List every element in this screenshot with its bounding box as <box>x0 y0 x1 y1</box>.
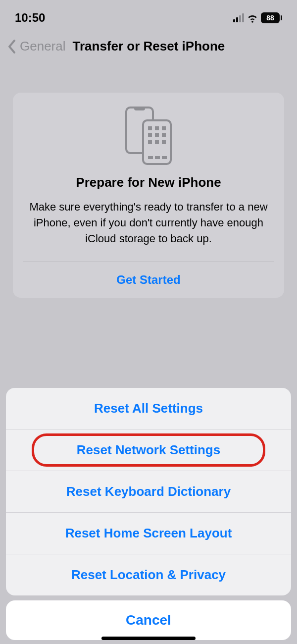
sheet-item-label: Reset Keyboard Dictionary <box>66 484 231 499</box>
back-chevron-icon[interactable] <box>6 39 18 54</box>
cancel-button[interactable]: Cancel <box>6 600 291 640</box>
reset-location-privacy-button[interactable]: Reset Location & Privacy <box>6 554 291 595</box>
wifi-icon <box>247 12 258 23</box>
battery-percent: 88 <box>266 14 274 21</box>
reset-all-settings-button[interactable]: Reset All Settings <box>6 388 291 429</box>
status-indicators: 88 <box>233 12 282 23</box>
sheet-item-label: Reset Network Settings <box>77 442 220 457</box>
sheet-item-label: Reset Location & Privacy <box>71 567 226 582</box>
reset-network-settings-button[interactable]: Reset Network Settings <box>6 429 291 471</box>
status-bar: 10:50 88 <box>0 0 297 30</box>
get-started-button[interactable]: Get Started <box>23 262 274 298</box>
home-indicator[interactable] <box>101 637 196 640</box>
prepare-card: Prepare for New iPhone Make sure everyth… <box>13 93 284 298</box>
status-time: 10:50 <box>15 11 45 25</box>
page-title: Transfer or Reset iPhone <box>73 39 225 54</box>
back-button-label[interactable]: General <box>20 39 66 54</box>
reset-home-screen-layout-button[interactable]: Reset Home Screen Layout <box>6 513 291 554</box>
cellular-signal-icon <box>233 13 244 22</box>
card-description: Make sure everything's ready to transfer… <box>23 199 274 247</box>
card-title: Prepare for New iPhone <box>23 175 274 190</box>
nav-header: General Transfer or Reset iPhone <box>0 30 297 63</box>
action-sheet-options: Reset All Settings Reset Network Setting… <box>6 388 291 595</box>
reset-keyboard-dictionary-button[interactable]: Reset Keyboard Dictionary <box>6 471 291 513</box>
action-sheet: Reset All Settings Reset Network Setting… <box>0 388 297 644</box>
battery-icon: 88 <box>261 12 282 23</box>
device-transfer-icon <box>23 105 274 173</box>
sheet-item-label: Reset Home Screen Layout <box>65 526 232 540</box>
cancel-button-label: Cancel <box>126 612 171 628</box>
sheet-item-label: Reset All Settings <box>94 401 203 416</box>
